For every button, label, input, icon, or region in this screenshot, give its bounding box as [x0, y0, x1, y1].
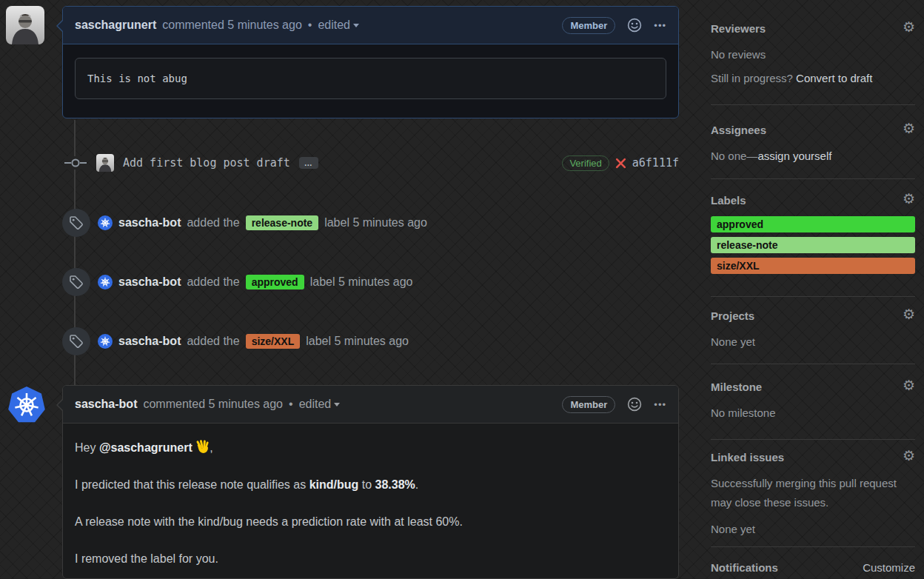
edited-dropdown[interactable]: edited [299, 398, 341, 411]
notifications-heading: Notifications [711, 561, 778, 574]
reviewers-hint: Still in progress? Convert to draft [711, 69, 915, 88]
milestone-empty-text: No milestone [711, 404, 915, 423]
linked-issues-description: Successfully merging this pull request m… [711, 474, 915, 512]
label-release-note[interactable]: release-note [711, 237, 915, 253]
event-suffix: label 5 minutes ago [306, 335, 409, 348]
sidebar-section-linked-issues: ⚙ Linked issues Successfully merging thi… [711, 451, 915, 539]
sidebar-divider [711, 364, 915, 364]
label-chip[interactable]: release-note [246, 215, 318, 230]
commit-sha-link[interactable]: a6f111f [632, 156, 679, 170]
avatar[interactable] [6, 6, 44, 44]
label-event-row: sascha-bot added the approved label 5 mi… [62, 267, 679, 297]
member-badge: Member [562, 396, 615, 413]
comment-author[interactable]: sascha-bot [75, 398, 137, 411]
label-event-row: sascha-bot added the size/XXL label 5 mi… [62, 327, 679, 356]
kebab-menu-icon[interactable]: ••• [654, 399, 666, 410]
event-actor[interactable]: sascha-bot [118, 275, 181, 289]
kubernetes-logo-icon [7, 386, 46, 424]
sidebar-divider [711, 546, 915, 547]
convert-to-draft-link[interactable]: Convert to draft [796, 72, 872, 84]
linked-issues-heading: Linked issues [711, 451, 915, 463]
labels-heading: Labels [711, 194, 915, 207]
edited-dropdown[interactable]: edited [318, 19, 359, 32]
bot-avatar[interactable] [98, 334, 113, 349]
comment-saschagrunert: saschagrunert commented 5 minutes ago • … [62, 6, 679, 118]
milestone-heading: Milestone [711, 381, 915, 393]
event-actor[interactable]: sascha-bot [118, 216, 181, 230]
reviewers-empty-text: No reviews [711, 45, 915, 64]
event-action: added the [187, 335, 239, 348]
prediction-paragraph: I predicted that this release note quali… [75, 475, 666, 495]
comment-timestamp: commented 5 minutes ago [143, 398, 283, 411]
gear-icon[interactable]: ⚙ [903, 307, 915, 321]
comment-sascha-bot: sascha-bot commented 5 minutes ago • edi… [62, 385, 679, 579]
bot-avatar[interactable] [98, 275, 113, 290]
assign-yourself-link[interactable]: assign yourself [757, 150, 831, 162]
emoji-reaction-icon[interactable] [627, 18, 642, 33]
gear-icon[interactable]: ⚙ [903, 449, 915, 463]
x-failed-check-icon[interactable] [615, 158, 626, 169]
kebab-menu-icon[interactable]: ••• [654, 20, 666, 31]
commit-expander-button[interactable]: … [299, 157, 318, 169]
commit-message[interactable]: Add first blog post draft [123, 156, 290, 170]
wave-emoji-icon [195, 440, 210, 454]
sidebar-section-labels: ⚙ Labels approved release-note size/XXL [711, 194, 915, 278]
emoji-reaction-icon[interactable] [627, 397, 642, 412]
assignees-empty-text: No one—assign yourself [711, 147, 915, 166]
event-actor[interactable]: sascha-bot [118, 335, 181, 348]
event-action: added the [187, 275, 239, 289]
tag-icon [62, 268, 90, 296]
sidebar-section-projects: ⚙ Projects None yet [711, 309, 915, 352]
gear-icon[interactable]: ⚙ [903, 20, 915, 34]
assignees-heading: Assignees [711, 124, 915, 136]
sidebar-section-assignees: ⚙ Assignees No one—assign yourself [711, 124, 915, 166]
meta-bullet: • [289, 398, 293, 411]
tag-icon [62, 327, 90, 355]
sidebar-section-reviewers: ⚙ Reviewers No reviews Still in progress… [711, 22, 915, 88]
sidebar-divider [711, 178, 915, 179]
gear-icon[interactable]: ⚙ [903, 192, 915, 206]
comment-author[interactable]: saschagrunert [75, 19, 156, 32]
comment-timestamp: commented 5 minutes ago [162, 19, 302, 32]
user-mention-link[interactable]: @saschagrunert [99, 441, 192, 454]
meta-bullet: • [308, 19, 312, 32]
commit-icon [64, 156, 87, 170]
comment-header: sascha-bot commented 5 minutes ago • edi… [63, 386, 678, 424]
label-event-row: sascha-bot added the release-note label … [62, 208, 679, 238]
customize-link[interactable]: Customize [863, 561, 915, 574]
prediction-rate-text: 38.38% [375, 478, 415, 491]
reviewers-heading: Reviewers [711, 22, 915, 35]
comment-body: This is not abug [63, 44, 678, 113]
commit-author-avatar[interactable] [96, 154, 114, 172]
comment-body: Hey @saschagrunert , I predicted that th… [63, 424, 678, 579]
person-photo-icon [6, 6, 44, 44]
comment-arrow [56, 19, 63, 33]
kind-bug-text: kind/bug [309, 478, 359, 491]
gear-icon[interactable]: ⚙ [903, 378, 915, 392]
pull-request-page: { "comment1": { "author": "saschagrunert… [0, 0, 924, 579]
sidebar-divider [711, 104, 915, 105]
comment-header: saschagrunert commented 5 minutes ago • … [63, 7, 678, 44]
sidebar-divider [711, 296, 915, 297]
event-suffix: label 5 minutes ago [324, 216, 427, 230]
projects-heading: Projects [711, 309, 915, 322]
verified-badge[interactable]: Verified [562, 155, 609, 171]
label-chip[interactable]: approved [246, 275, 304, 290]
person-photo-icon [96, 154, 114, 172]
bot-avatar-large[interactable] [7, 386, 46, 424]
code-block: This is not abug [75, 58, 666, 99]
bot-avatar[interactable] [98, 215, 113, 230]
tag-icon [62, 209, 90, 237]
label-approved[interactable]: approved [711, 216, 915, 232]
sidebar-section-milestone: ⚙ Milestone No milestone [711, 381, 915, 423]
commit-row: Add first blog post draft … Verified a6f… [62, 154, 679, 172]
label-chip[interactable]: size/XXL [246, 334, 301, 349]
event-action: added the [187, 216, 239, 230]
labels-list: approved release-note size/XXL [711, 216, 915, 274]
greeting-paragraph: Hey @saschagrunert , [75, 438, 666, 458]
removed-paragraph: I removed the label for you. [75, 549, 666, 569]
chevron-down-icon [353, 24, 359, 27]
gear-icon[interactable]: ⚙ [903, 121, 915, 135]
event-suffix: label 5 minutes ago [310, 275, 413, 289]
label-size-xxl[interactable]: size/XXL [711, 258, 915, 274]
